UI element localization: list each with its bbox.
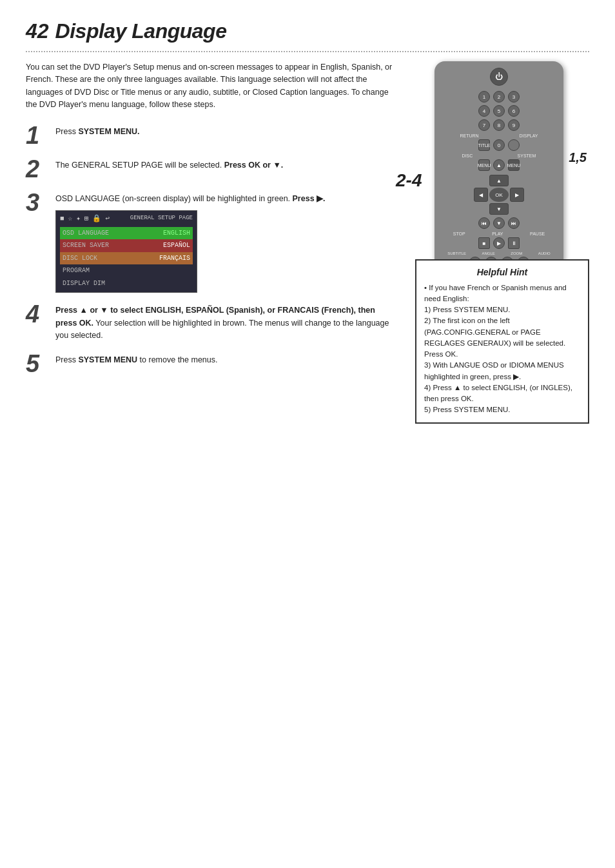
step-2-content: The GENERAL SETUP PAGE will be selected.… [55,157,396,172]
helpful-hint-text: If you have French or Spanish menus and … [424,282,580,416]
power-button[interactable]: ⏻ [490,68,508,86]
menu-page-label: GENERAL SETUP PAGE [130,214,193,223]
menu-labels: DISC SYSTEM [440,153,558,158]
function-labels: SUBTITLEANGLEZOOMAUDIO [440,252,558,255]
nav-up-button[interactable]: ▲ [489,175,509,186]
step-4: 4 Press ▲ or ▼ to select ENGLISH, ESPAÑO… [26,302,396,342]
step-4-content: Press ▲ or ▼ to select ENGLISH, ESPAÑOL … [55,302,396,342]
step-4-number: 4 [26,302,49,326]
nav-grid: ▲ ◀ OK ▶ ▼ [474,175,524,215]
menu-icons: ■☆✦⊞🔒↩ [60,213,110,224]
menu-row-disclock: DISC LOCK FRANÇAIS [60,252,193,265]
next-button[interactable]: ⏭ [508,217,520,229]
menu-row-screensaver: SCREEN SAVER ESPAÑOL [60,239,193,252]
num-6-button[interactable]: 6 [508,105,520,117]
num-row-2: 4 5 6 [440,105,558,117]
intro-text: You can set the DVD Player's Setup menus… [26,61,396,112]
left-column: You can set the DVD Player's Setup menus… [26,61,396,385]
disc-menu-button[interactable]: MENU [478,159,490,171]
down-button[interactable]: ▼ [493,217,505,229]
special-labels: RETURN DISPLAY [440,133,558,138]
step-2: 2 The GENERAL SETUP PAGE will be selecte… [26,157,396,181]
nav-cluster-area: ▲ ◀ OK ▶ ▼ [440,175,558,215]
menu-row-btns: MENU ▲ MENU [440,159,558,171]
section-divider [26,51,589,52]
helpful-hint-title: Helpful Hint [424,267,580,277]
num-row-1: 1 2 3 [440,91,558,103]
step-1-5-label: 1,5 [569,151,587,164]
step-5-number: 5 [26,351,49,376]
num-9-button[interactable]: 9 [508,119,520,131]
nav-down-button[interactable]: ▼ [489,203,509,215]
num-4-button[interactable]: 4 [478,105,490,117]
step-3: 3 OSD LANGUAGE (on-screen display) will … [26,190,396,293]
step-2-number: 2 [26,157,49,181]
menu-row-osd: OSD LANGUAGE ENGLISH [60,227,193,240]
page-number: 42 [26,19,49,43]
step-3-number: 3 [26,190,49,215]
step-5: 5 Press SYSTEM MENU to remove the menus. [26,351,396,376]
transport-labels: STOPPLAYPAUSE [440,232,558,236]
num-0-button[interactable]: 0 [493,139,505,151]
nav-right-button[interactable]: ▶ [510,188,524,202]
menu-row-program: PROGRAM [60,264,193,277]
prev-button[interactable]: ⏮ [478,217,490,229]
num-2-button[interactable]: 2 [493,91,505,103]
num-5-button[interactable]: 5 [493,105,505,117]
page-title: Display Language [55,19,227,43]
skip-row: ⏮ ▼ ⏭ [440,217,558,229]
hint-item: If you have French or Spanish menus and … [424,282,580,416]
transport-row: ■ ▶ ⏸ [440,237,558,249]
nav-left-button[interactable]: ◀ [474,188,488,202]
step-1-content: Press SYSTEM MENU. [55,123,396,138]
menu-header: ■☆✦⊞🔒↩ GENERAL SETUP PAGE [60,213,193,224]
title-button[interactable]: TITLE [478,139,490,151]
return-label: RETURN [460,133,478,138]
power-area: ⏻ [440,68,558,86]
num-3-button[interactable]: 3 [508,91,520,103]
pause-button[interactable]: ⏸ [508,237,520,249]
step-1: 1 Press SYSTEM MENU. [26,123,396,148]
step-1-number: 1 [26,123,49,148]
hint-list: If you have French or Spanish menus and … [424,282,580,416]
up-arrow-button[interactable]: ▲ [493,159,505,171]
special-row: TITLE 0 [440,139,558,151]
menu-screenshot: ■☆✦⊞🔒↩ GENERAL SETUP PAGE OSD LANGUAGE E… [55,210,197,293]
num-row-3: 7 8 9 [440,119,558,131]
display-label: DISPLAY [519,133,538,138]
system-menu-label: SYSTEM [518,153,536,158]
helpful-hint-box: Helpful Hint If you have French or Spani… [415,259,589,424]
title-row: 42 Display Language [26,19,589,47]
menu-row-displaydim: DISPLAY DIM [60,277,193,290]
disc-menu-label: DISC [462,153,473,158]
num-8-button[interactable]: 8 [493,119,505,131]
play-button[interactable]: ▶ [493,237,505,249]
page-wrapper: 42 Display Language You can set the DVD … [26,19,589,424]
step-3-content: OSD LANGUAGE (on-screen display) will be… [55,190,396,293]
stop-button[interactable]: ■ [478,237,490,249]
ok-button[interactable]: OK [489,188,509,202]
step-2-4-label: 2-4 [396,172,422,190]
num-7-button[interactable]: 7 [478,119,490,131]
step-5-content: Press SYSTEM MENU to remove the menus. [55,351,396,366]
display-button[interactable] [508,139,520,151]
num-1-button[interactable]: 1 [478,91,490,103]
system-menu-button[interactable]: MENU [508,159,520,171]
